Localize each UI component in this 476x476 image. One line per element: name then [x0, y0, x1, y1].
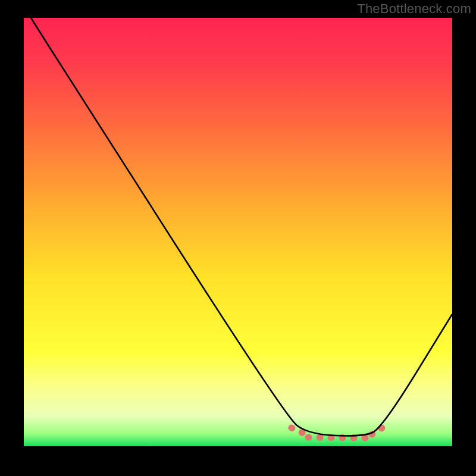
- gradient-background: [24, 18, 452, 446]
- bottleneck-chart: [24, 18, 452, 446]
- watermark-text: TheBottleneck.com: [357, 1, 471, 17]
- chart-plot-area: [24, 18, 452, 446]
